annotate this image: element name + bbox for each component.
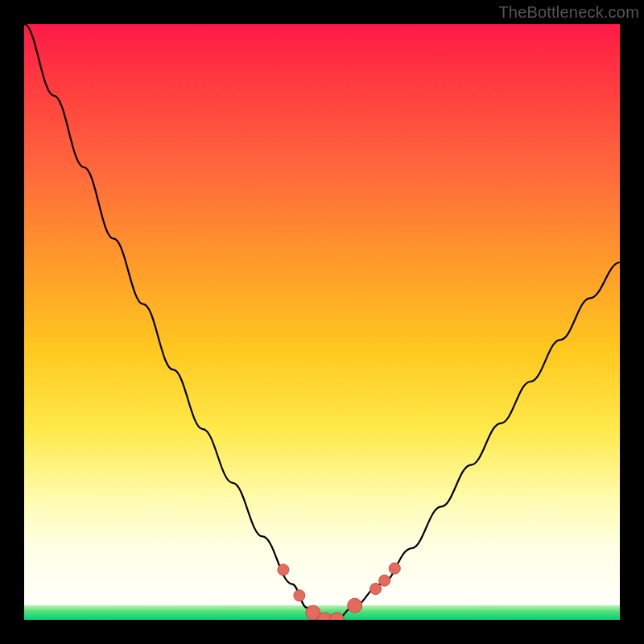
chart-stage: TheBottleneck.com <box>0 0 644 644</box>
curve-dot <box>389 563 400 574</box>
curve-dot <box>294 590 305 601</box>
plot-area <box>24 24 620 620</box>
bottom-strip <box>24 605 620 620</box>
curve-dot <box>370 584 382 595</box>
watermark-text: TheBottleneck.com <box>498 3 639 22</box>
curve-dot <box>278 564 289 576</box>
bottleneck-curve <box>24 24 620 620</box>
curve-dot <box>379 575 390 586</box>
curve-layer <box>24 24 620 620</box>
